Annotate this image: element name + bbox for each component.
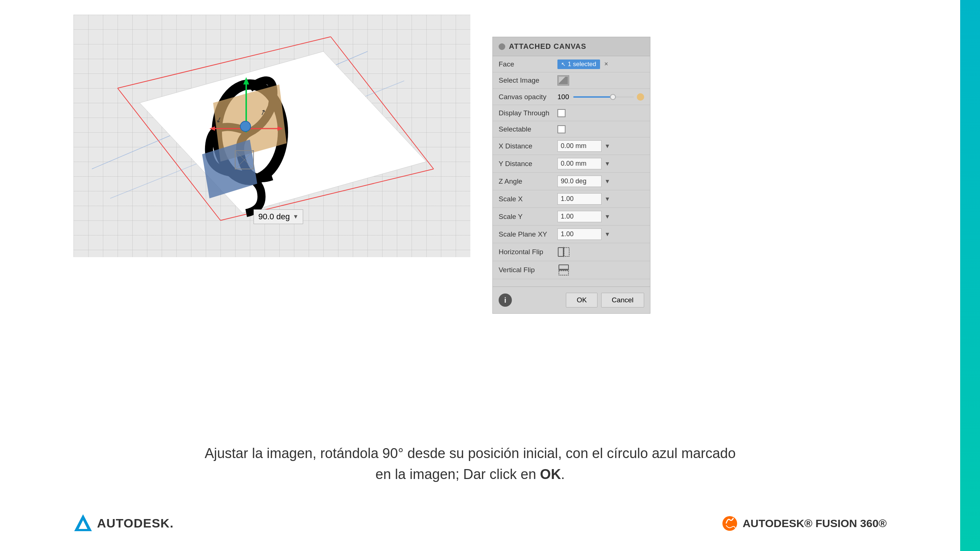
angle-indicator[interactable]: 90.0 deg ▼ [253, 210, 303, 224]
z-angle-dropdown[interactable]: ▼ [605, 178, 610, 185]
select-image-value [557, 75, 644, 86]
bottom-description: Ajustar la imagen, rotándola 90° desde s… [0, 443, 940, 485]
panel-row-select-image: Select Image [493, 72, 650, 89]
attached-canvas-panel: ATTACHED CANVAS Face ↖ 1 selected × Sele… [492, 37, 651, 314]
z-angle-value: ▼ [557, 176, 644, 187]
z-angle-input[interactable] [557, 176, 601, 187]
fusion-brand-text: AUTODESK® FUSION 360® [743, 517, 887, 530]
x-distance-label: X Distance [499, 142, 557, 150]
scale-plane-xy-input[interactable] [557, 229, 601, 240]
cursor-icon: ↖ [561, 61, 566, 68]
scale-y-label: Scale Y [499, 213, 557, 221]
scale-x-label: Scale X [499, 195, 557, 203]
panel-row-display-through: Display Through [493, 105, 650, 121]
selectable-value [557, 125, 644, 133]
panel-header-icon [499, 43, 505, 50]
face-clear-button[interactable]: × [603, 59, 610, 69]
bottom-text-end: . [561, 467, 565, 482]
y-distance-dropdown[interactable]: ▼ [605, 160, 610, 167]
bottom-text-plain: en la imagen; Dar click en [375, 467, 540, 482]
bottom-text-bold: OK [540, 467, 561, 482]
autodesk-left-text: AUTODESK. [97, 516, 174, 530]
autodesk-triangle-icon [73, 513, 92, 533]
selectable-label: Selectable [499, 125, 557, 133]
face-selected-badge[interactable]: ↖ 1 selected [557, 59, 600, 69]
right-sidebar [960, 0, 980, 551]
horizontal-flip-value [557, 246, 644, 258]
bottom-text-line2: en la imagen; Dar click en OK. [0, 464, 940, 485]
scale-x-dropdown[interactable]: ▼ [605, 196, 610, 202]
panel-row-canvas-opacity: Canvas opacity 100 [493, 89, 650, 105]
panel-row-selectable: Selectable [493, 121, 650, 137]
panel-footer: i OK Cancel [493, 286, 650, 313]
angle-value: 90.0 deg [258, 212, 290, 221]
scale-y-input[interactable] [557, 211, 601, 222]
canvas-opacity-label: Canvas opacity [499, 93, 557, 101]
cancel-button[interactable]: Cancel [601, 293, 644, 308]
panel-row-scale-y: Scale Y ▼ [493, 208, 650, 225]
panel-row-x-distance: X Distance ▼ [493, 137, 650, 155]
scale-plane-xy-label: Scale Plane XY [499, 230, 557, 238]
bottom-text-line1: Ajustar la imagen, rotándola 90° desde s… [0, 443, 940, 464]
horizontal-flip-label: Horizontal Flip [499, 248, 557, 256]
select-image-label: Select Image [499, 76, 557, 84]
selectable-checkbox[interactable] [557, 125, 565, 133]
panel-row-scale-plane-xy: Scale Plane XY ▼ [493, 225, 650, 243]
vertical-flip-label: Vertical Flip [499, 266, 557, 274]
panel-row-vertical-flip: Vertical Flip [493, 261, 650, 279]
face-label: Face [499, 60, 557, 68]
panel-spacer [493, 279, 650, 286]
ok-button[interactable]: OK [566, 293, 597, 308]
x-distance-dropdown[interactable]: ▼ [605, 143, 610, 149]
image-icon[interactable] [557, 75, 569, 86]
display-through-checkbox[interactable] [557, 109, 565, 117]
panel-row-scale-x: Scale X ▼ [493, 190, 650, 208]
face-selected-text: 1 selected [568, 60, 597, 68]
svg-rect-23 [564, 248, 569, 256]
svg-point-16 [240, 121, 251, 132]
angle-dropdown-arrow[interactable]: ▼ [293, 213, 299, 220]
display-through-label: Display Through [499, 109, 557, 117]
svg-rect-25 [559, 265, 568, 269]
y-distance-value: ▼ [557, 158, 644, 169]
panel-header: ATTACHED CANVAS [493, 37, 650, 56]
x-distance-input[interactable] [557, 140, 601, 152]
panel-row-face: Face ↖ 1 selected × [493, 56, 650, 72]
canvas-opacity-value: 100 [557, 93, 644, 101]
info-button[interactable]: i [499, 294, 512, 307]
svg-rect-26 [559, 271, 568, 275]
scale-y-value: ▼ [557, 211, 644, 222]
z-angle-label: Z Angle [499, 178, 557, 186]
scale-plane-xy-dropdown[interactable]: ▼ [605, 231, 610, 238]
scale-plane-xy-value: ▼ [557, 229, 644, 240]
svg-rect-22 [558, 248, 563, 256]
autodesk-logo-right: AUTODESK® FUSION 360® [721, 514, 887, 533]
vertical-flip-value [557, 264, 644, 276]
scale-y-dropdown[interactable]: ▼ [605, 213, 610, 220]
opacity-number: 100 [557, 93, 570, 101]
x-distance-value: ▼ [557, 140, 644, 152]
panel-row-y-distance: Y Distance ▼ [493, 155, 650, 173]
display-through-value [557, 109, 644, 117]
panel-title: ATTACHED CANVAS [509, 42, 587, 51]
horizontal-flip-icon[interactable] [557, 246, 570, 258]
scale-x-value: ▼ [557, 193, 644, 205]
panel-row-z-angle: Z Angle ▼ [493, 173, 650, 190]
y-distance-label: Y Distance [499, 160, 557, 168]
fusion-logo-icon [721, 514, 739, 533]
viewport: ↙ ↗ 90.0 deg ▼ [73, 15, 470, 257]
face-value: ↖ 1 selected × [557, 59, 644, 69]
y-distance-input[interactable] [557, 158, 601, 169]
scale-x-input[interactable] [557, 193, 601, 205]
vertical-flip-icon[interactable] [557, 264, 570, 276]
opacity-slider-track[interactable] [573, 96, 634, 98]
opacity-slider-end [637, 93, 644, 101]
footer-buttons: OK Cancel [566, 293, 644, 308]
main-area: ↙ ↗ 90.0 deg ▼ ATTACHED CANVAS Face ↖ 1 … [0, 0, 960, 551]
autodesk-logo-left: AUTODESK. [73, 513, 174, 533]
panel-row-horizontal-flip: Horizontal Flip [493, 243, 650, 261]
svg-point-30 [722, 516, 737, 531]
opacity-slider-thumb[interactable] [610, 94, 616, 100]
